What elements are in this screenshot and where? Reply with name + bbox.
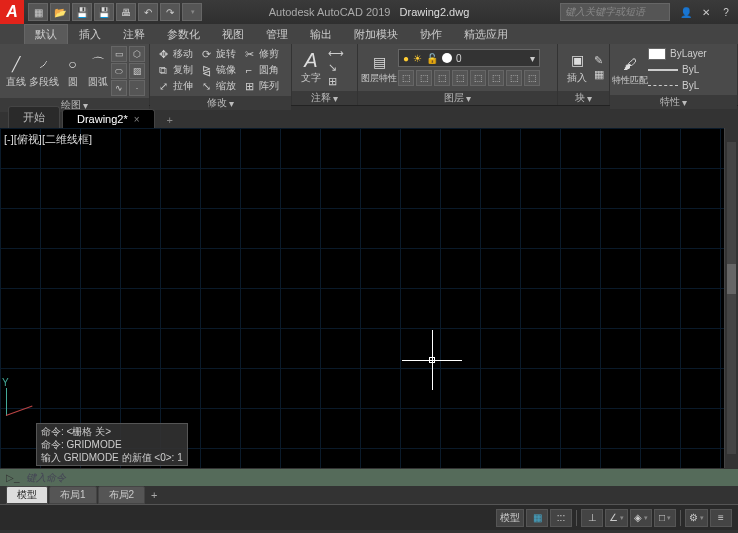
tab-start[interactable]: 开始 [8,106,60,128]
help-icon[interactable]: ? [718,4,734,20]
cmd-prompt-icon: ▷_ [6,472,20,483]
tab-view[interactable]: 视图 [211,24,255,44]
tab-model[interactable]: 模型 [6,486,48,504]
linetype-combo[interactable]: ByL [648,78,707,93]
misc-draw-icon[interactable]: ⬡ [129,46,145,62]
command-history: 命令: <栅格 关> 命令: GRIDMODE 输入 GRIDMODE 的新值 … [36,423,188,466]
chevron-down-icon[interactable]: ▾ [587,93,592,104]
layer-tool-icon[interactable]: ⬚ [470,70,486,86]
open-icon[interactable]: 📂 [50,3,70,21]
exchange-icon[interactable]: ✕ [698,4,714,20]
tab-parametric[interactable]: 参数化 [156,24,211,44]
table-icon[interactable]: ⊞ [328,75,350,88]
dim-icon[interactable]: ⟷ [328,47,350,60]
panel-layers-title: 图层 [444,91,464,105]
chevron-down-icon[interactable]: ▾ [333,93,338,104]
circle-button[interactable]: ○圆 [61,54,84,89]
search-input[interactable]: 键入关键字或短语 [560,3,670,21]
layer-tool-icon[interactable]: ⬚ [524,70,540,86]
color-combo[interactable]: ByLayer [648,46,707,61]
layer-tool-icon[interactable]: ⬚ [398,70,414,86]
tab-layout2[interactable]: 布局2 [98,486,146,504]
layer-tool-icon[interactable]: ⬚ [488,70,504,86]
drawing-canvas[interactable]: [-][俯视][二维线框] Y 命令: <栅格 关> 命令: GRIDMODE … [0,128,738,486]
tab-output[interactable]: 输出 [299,24,343,44]
chevron-down-icon[interactable]: ▾ [682,97,687,108]
saveas-icon[interactable]: 💾 [94,3,114,21]
ortho-icon[interactable]: ⊥ [581,509,603,527]
redo-icon[interactable]: ↷ [160,3,180,21]
close-icon[interactable]: × [134,114,140,125]
signin-icon[interactable]: 👤 [678,4,694,20]
scroll-thumb[interactable] [727,264,736,294]
tab-layout1[interactable]: 布局1 [49,486,97,504]
ucs-icon[interactable] [6,386,36,416]
lineweight-combo[interactable]: ByL [648,62,707,77]
hatch-icon[interactable]: ▨ [129,63,145,79]
layer-props-button[interactable]: ▤图层特性 [362,52,396,83]
app-icon[interactable]: A [0,0,24,24]
polar-icon[interactable]: ∠ [605,509,628,527]
tab-addins[interactable]: 附加模块 [343,24,409,44]
workspace-icon[interactable]: ⚙ [685,509,708,527]
tab-manage[interactable]: 管理 [255,24,299,44]
text-button[interactable]: A文字 [296,50,326,85]
color-swatch-icon [648,48,666,60]
add-layout-button[interactable]: + [146,489,162,501]
snap-icon[interactable]: ::: [550,509,572,527]
tab-drawing[interactable]: Drawing2*× [62,109,155,128]
layer-tool-icon[interactable]: ⬚ [416,70,432,86]
copy-button[interactable]: ⧉复制 [154,62,195,78]
layer-combo[interactable]: ● ☀ 🔓 0 ▾ [398,49,540,67]
grid-icon[interactable]: ▦ [526,509,548,527]
tab-default[interactable]: 默认 [24,24,68,44]
customize-icon[interactable]: ≡ [710,509,732,527]
osnap-icon[interactable]: □ [654,509,676,527]
move-button[interactable]: ✥移动 [154,46,195,62]
block-icon: ▣ [567,50,587,70]
match-props-button[interactable]: 🖌特性匹配 [614,54,646,85]
block-edit-icon[interactable]: ✎ [594,54,604,67]
rect-icon[interactable]: ▭ [111,46,127,62]
vertical-scrollbar[interactable] [724,128,738,468]
ellipse-icon[interactable]: ⬭ [111,63,127,79]
chevron-down-icon: ▾ [530,53,535,64]
new-tab-button[interactable]: + [161,112,179,128]
file-name: Drawing2.dwg [400,6,470,18]
leader-icon[interactable]: ↘ [328,61,350,74]
array-button[interactable]: ⊞阵列 [240,78,281,94]
fillet-button[interactable]: ⌐圆角 [240,62,281,78]
chevron-down-icon[interactable]: ▾ [466,93,471,104]
status-model-button[interactable]: 模型 [496,509,524,527]
arc-button[interactable]: ⌒圆弧 [86,54,109,89]
plot-icon[interactable]: 🖶 [116,3,136,21]
polyline-button[interactable]: ⟋多段线 [29,54,59,89]
rotate-button[interactable]: ⟳旋转 [197,46,238,62]
command-line[interactable]: ▷_ 键入命令 [0,468,738,486]
save-icon[interactable]: 💾 [72,3,92,21]
spline-icon[interactable]: ∿ [111,80,127,96]
layer-tool-icon[interactable]: ⬚ [434,70,450,86]
line-button[interactable]: ╱直线 [4,54,27,89]
tab-annotate[interactable]: 注释 [112,24,156,44]
isodraft-icon[interactable]: ◈ [630,509,652,527]
qat-dropdown-icon[interactable] [182,3,202,21]
point-icon[interactable]: · [129,80,145,96]
layer-tool-icon[interactable]: ⬚ [506,70,522,86]
trim-button[interactable]: ✂修剪 [240,46,281,62]
insert-block-button[interactable]: ▣插入 [562,50,592,85]
undo-icon[interactable]: ↶ [138,3,158,21]
block-create-icon[interactable]: ▦ [594,68,604,81]
viewport-label[interactable]: [-][俯视][二维线框] [4,132,92,147]
mirror-button[interactable]: ⧎镜像 [197,62,238,78]
chevron-down-icon[interactable]: ▾ [229,98,234,109]
tab-collab[interactable]: 协作 [409,24,453,44]
scale-button[interactable]: ⤡缩放 [197,78,238,94]
tab-featured[interactable]: 精选应用 [453,24,519,44]
panel-annotate: A文字 ⟷ ↘ ⊞ 注释▾ [292,44,358,105]
layer-tool-icon[interactable]: ⬚ [452,70,468,86]
stretch-button[interactable]: ⤢拉伸 [154,78,195,94]
move-icon: ✥ [156,48,170,61]
new-icon[interactable]: ▦ [28,3,48,21]
tab-insert[interactable]: 插入 [68,24,112,44]
